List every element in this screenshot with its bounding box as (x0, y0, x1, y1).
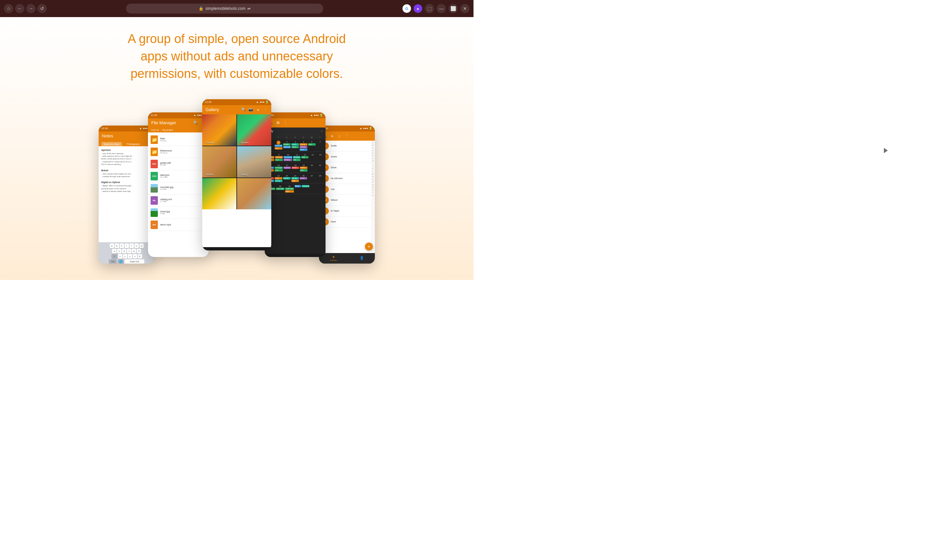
pdf-icon: PDF (151, 160, 158, 168)
phones-container: 12:30 ▲ ●●● 🔋 Notes ⋮ Business Ideas Pho… (0, 99, 473, 251)
google-icon[interactable]: G (402, 4, 411, 13)
gallery-grid: Scenery 276 Garden 38 (202, 114, 271, 209)
files-title: File Manager (151, 120, 176, 125)
cal-month-header: July › (265, 128, 325, 135)
jpg-icon-resort (151, 208, 158, 217)
contact-wilson[interactable]: W Wilson (319, 195, 371, 206)
cal-week-4: 22 Holiday Shopping 23 Flight Bali trip … (265, 174, 325, 184)
file-item-resort[interactable]: resort.jpg 5 MB (148, 207, 209, 219)
gallery-menu-icon[interactable]: ⋮ (263, 107, 268, 112)
folder-icon-main: 📁 (151, 135, 158, 144)
notes-tabs: Business Ideas Photography (99, 141, 154, 146)
files-header: File Manager 🔍 ⋮ (148, 118, 209, 128)
contacts-menu-icon[interactable]: ⋮ (344, 134, 349, 139)
file-item-demo[interactable]: MP4 demo.mp4 (148, 219, 209, 231)
browser-nav: ☆ ← → ↺ (4, 4, 47, 13)
contacts-bottom-nav: ★ Favorites 👤 (319, 253, 375, 263)
phone-gallery: 12:30 ▲●●●🔋 Gallery 🔍 📷 ≡ ⋮ (202, 99, 271, 251)
animal-image (202, 146, 236, 177)
notes-entry-aperture: Aperture - size of the lens opening- wid… (101, 149, 152, 166)
cal-menu-icon[interactable]: ⋮ (282, 120, 288, 126)
back-button[interactable]: ← (15, 4, 24, 13)
sidebar-button[interactable]: ⬚ (425, 4, 434, 13)
contacts-fab[interactable]: + (365, 243, 373, 251)
gallery-body: Scenery 276 Garden 38 (202, 114, 271, 247)
json-icon: JSON (151, 172, 158, 180)
contacts-sort-icon[interactable]: ↕ (337, 134, 342, 139)
contact-davis[interactable]: D Davis (319, 162, 371, 173)
cal-week-3: 15 Passport Launch 16 Campaign Gym 17 Fa… (265, 163, 325, 174)
cal-week-5: 29 Cycle meet 30 Cycle meet 31 Cycle mee… (265, 184, 325, 195)
files-search-icon[interactable]: 🔍 (193, 120, 198, 126)
cal-header: 🔍 ⊞ ⋮ (265, 118, 325, 128)
contact-taylor[interactable]: T th Taylor (319, 206, 371, 217)
gallery-camera-icon[interactable]: 📷 (248, 107, 254, 112)
file-item-guides[interactable]: PDF guides.pdf 21 MB (148, 158, 209, 170)
mp4-icon: MP4 (151, 220, 158, 229)
file-list: 📁 Main 9 items 📁 References 28 items (148, 132, 209, 232)
bottom-nav-favorites[interactable]: ★ Favorites (330, 255, 337, 261)
cal-week-2: 8 Workshop Grocery 9 Workshop Gym 10 Car… (265, 152, 325, 163)
notes-tab-photo[interactable]: Photography (124, 142, 142, 146)
gallery-cell-family[interactable] (237, 178, 271, 209)
animal-label: Animal (206, 173, 213, 175)
bottom-nav-contacts[interactable]: 👤 (360, 256, 364, 260)
url-text: simplemobiletools.com (205, 6, 245, 11)
scenery-image (202, 114, 236, 146)
contact-hunt[interactable]: H Hunt (319, 217, 371, 228)
contacts-body: S Smith J Jones D Davis J ha Johnson (319, 141, 375, 260)
file-item-catalog[interactable]: XML catalog.xml 1.2 MB (148, 195, 209, 207)
page-content: A group of simple, open source Android a… (0, 17, 473, 280)
contact-smith[interactable]: S Smith (319, 141, 371, 151)
contact-lee[interactable]: L Lee (319, 184, 371, 195)
cal-week-1: 1 2 Zoom call Flight 3 Review Zoom call … (265, 140, 325, 152)
reload-button[interactable]: ↺ (37, 4, 47, 13)
address-bar[interactable]: 🔒 simplemobiletools.com ⇌ (126, 4, 323, 14)
cast-icon: ⇌ (247, 6, 251, 11)
forward-button[interactable]: → (26, 4, 35, 13)
family-image (237, 178, 271, 209)
gallery-cell-animal[interactable]: Animal 69 (202, 146, 236, 177)
extension-icon[interactable]: ◈ (414, 4, 422, 13)
phone-calendar: 12:30 ▲●●●🔋 🔍 ⊞ ⋮ July › W (265, 112, 325, 257)
browser-right-icons: G ◈ ⬚ — ⬜ ✕ (402, 4, 470, 13)
scenery-label: Scenery (206, 141, 215, 144)
contacts-status-bar: 12:30 ▲●●●🔋 (319, 126, 375, 131)
contact-johnson[interactable]: J ha Johnson (319, 173, 371, 184)
gallery-cell-frog[interactable] (202, 178, 236, 209)
contacts-filter-icon[interactable]: ≡ (330, 134, 335, 139)
notes-header: Notes ⋮ (99, 131, 154, 141)
maximize-button[interactable]: ⬜ (448, 4, 458, 13)
contacts-list: S Smith J Jones D Davis J ha Johnson (319, 141, 371, 260)
close-button[interactable]: ✕ (460, 4, 470, 13)
breadcrumb-myproject[interactable]: My project (162, 129, 173, 131)
frog-image (202, 178, 236, 209)
file-item-references[interactable]: 📁 References 28 items (148, 146, 209, 158)
bookmark-button[interactable]: ☆ (4, 4, 13, 13)
cal-status-bar: 12:30 ▲●●●🔋 (265, 112, 325, 118)
cal-next-arrow[interactable]: › (321, 129, 322, 133)
gallery-search-icon[interactable]: 🔍 (241, 107, 246, 112)
gallery-filter-icon[interactable]: ≡ (256, 107, 261, 112)
file-item-mountain[interactable]: mountain.jpg 4.6 MB (148, 182, 209, 195)
keyboard: qwertyu asdfgh ⇧zxcvb ?123 🌐 English (US… (99, 242, 154, 263)
cal-weekdays: W T F S S M T (265, 135, 325, 140)
phone-files: 12:30 ▲●●●🔋 File Manager 🔍 ⋮ Internal › … (148, 112, 209, 257)
gallery-cell-scenery[interactable]: Scenery 276 (202, 114, 236, 146)
garden-image (237, 114, 271, 146)
files-body: 📁 Main 9 items 📁 References 28 items (148, 132, 209, 257)
breadcrumb-internal[interactable]: Internal (151, 129, 159, 131)
gallery-cell-garden[interactable]: Garden 38 (237, 114, 271, 146)
gallery-header: Gallery 🔍 📷 ≡ ⋮ (202, 105, 271, 114)
contact-jones[interactable]: J Jones (319, 151, 371, 162)
cal-grid-icon[interactable]: ⊞ (275, 120, 280, 126)
notes-entry-digital: Digital vs Optical - digital: effect is … (101, 181, 152, 192)
phone-contacts: 12:30 ▲●●●🔋 🔍 ≡ ↕ ⋮ S Smith (319, 126, 375, 263)
gallery-cell-hiking[interactable]: Hiking 154 (237, 146, 271, 177)
file-item-data[interactable]: JSON data.json 15.3 MB (148, 170, 209, 182)
minimize-button[interactable]: — (437, 4, 446, 13)
notes-tab-business[interactable]: Business Ideas (101, 142, 122, 146)
calendar-body: July › W T F S S M T 1 2 Zoom (265, 128, 325, 254)
file-item-main[interactable]: 📁 Main 9 items (148, 134, 209, 146)
lock-icon: 🔒 (199, 6, 203, 11)
